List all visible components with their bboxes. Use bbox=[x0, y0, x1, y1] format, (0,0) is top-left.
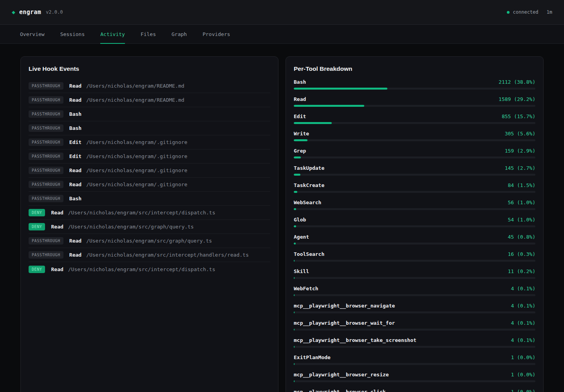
tool-breakdown-row: mcp__playwright__browser_resize 1 (0.0%) bbox=[294, 372, 535, 382]
tab-overview[interactable]: Overview bbox=[20, 25, 45, 43]
tool-bar-fill bbox=[294, 294, 295, 296]
tool-bar-track bbox=[294, 208, 535, 210]
decision-badge: PASSTHROUGH bbox=[29, 251, 63, 259]
event-tool-name: Read bbox=[69, 83, 81, 89]
event-tool-name: Read bbox=[69, 167, 81, 173]
decision-badge: DENY bbox=[29, 266, 45, 273]
tab-sessions[interactable]: Sessions bbox=[60, 25, 85, 43]
decision-badge: DENY bbox=[29, 209, 45, 216]
event-tool-name: Read bbox=[51, 224, 63, 230]
tool-name: Skill bbox=[294, 268, 309, 274]
tool-line: mcp__playwright__browser_resize 1 (0.0%) bbox=[294, 372, 535, 378]
event-file-path: /Users/nicholas/engram/src/intercept/dis… bbox=[68, 210, 215, 216]
tool-line: Bash 2112 (38.8%) bbox=[294, 79, 535, 85]
decision-badge: PASSTHROUGH bbox=[29, 167, 63, 174]
tool-name: TaskCreate bbox=[294, 182, 324, 188]
hook-event-row: PASSTHROUGH Read /Users/nicholas/engram/… bbox=[29, 248, 270, 262]
per-tool-breakdown-panel: Per-Tool Breakdown Bash 2112 (38.8%) Rea… bbox=[286, 56, 544, 392]
tool-bar-fill bbox=[294, 156, 301, 158]
tool-line: TaskCreate 84 (1.5%) bbox=[294, 182, 535, 188]
event-file-path: /Users/nicholas/engram/src/intercept/han… bbox=[86, 252, 249, 258]
uptime-label: 1m bbox=[547, 9, 552, 15]
hook-event-row: PASSTHROUGH Read /Users/nicholas/engram/… bbox=[29, 93, 270, 107]
event-tool-name: Read bbox=[51, 210, 63, 216]
hook-event-row: PASSTHROUGH Bash bbox=[29, 107, 270, 121]
tool-count-value: 11 (0.2%) bbox=[508, 268, 535, 274]
diamond-logo-icon: ◆ bbox=[12, 9, 15, 15]
event-tool-name: Read bbox=[69, 238, 81, 244]
tool-breakdown-row: WebFetch 4 (0.1%) bbox=[294, 286, 535, 296]
per-tool-breakdown-title: Per-Tool Breakdown bbox=[294, 65, 535, 72]
tool-bar-track bbox=[294, 311, 535, 313]
hook-event-row: DENY Read /Users/nicholas/engram/src/int… bbox=[29, 262, 270, 276]
connection-status: connected 1m bbox=[507, 9, 552, 15]
panels-row: Live Hook Events PASSTHROUGH Read /Users… bbox=[20, 56, 544, 392]
tool-count-value: 855 (15.7%) bbox=[502, 113, 535, 119]
tool-line: Glob 54 (1.0%) bbox=[294, 217, 535, 223]
tool-name: WebSearch bbox=[294, 200, 321, 205]
tool-line: Edit 855 (15.7%) bbox=[294, 113, 535, 119]
tool-line: ToolSearch 16 (0.3%) bbox=[294, 251, 535, 257]
tab-providers[interactable]: Providers bbox=[202, 25, 230, 43]
tool-count-value: 1 (0.0%) bbox=[511, 389, 535, 392]
event-file-path: /Users/nicholas/engram/.gitignore bbox=[86, 139, 187, 145]
tool-bar-track bbox=[294, 294, 535, 296]
decision-badge: PASSTHROUGH bbox=[29, 138, 63, 146]
tool-line: Write 305 (5.6%) bbox=[294, 131, 535, 137]
decision-badge: DENY bbox=[29, 223, 45, 230]
tool-line: Grep 159 (2.9%) bbox=[294, 148, 535, 154]
tool-bar-fill bbox=[294, 88, 387, 90]
tool-name: mcp__playwright__browser_wait_for bbox=[294, 320, 395, 326]
tool-name: Edit bbox=[294, 113, 306, 119]
tab-files[interactable]: Files bbox=[141, 25, 156, 43]
hook-event-row: PASSTHROUGH Read /Users/nicholas/engram/… bbox=[29, 164, 270, 178]
tool-count-value: 2112 (38.8%) bbox=[499, 79, 535, 85]
event-tool-name: Read bbox=[69, 182, 81, 187]
tool-bar-track bbox=[294, 329, 535, 331]
tool-bar-fill bbox=[294, 363, 295, 365]
tool-name: Glob bbox=[294, 217, 306, 223]
tool-bar-fill bbox=[294, 311, 295, 313]
tool-name: mcp__playwright__browser_click bbox=[294, 389, 386, 392]
decision-badge: PASSTHROUGH bbox=[29, 124, 63, 132]
tool-bar-track bbox=[294, 139, 535, 141]
app-header: ◆ engram v2.0.0 connected 1m bbox=[0, 0, 564, 25]
tool-breakdown-row: Read 1589 (29.2%) bbox=[294, 96, 535, 107]
tool-breakdown-row: mcp__playwright__browser_wait_for 4 (0.1… bbox=[294, 320, 535, 331]
tool-line: Skill 11 (0.2%) bbox=[294, 268, 535, 274]
tool-count-value: 1 (0.0%) bbox=[511, 372, 535, 378]
tool-bar-track bbox=[294, 363, 535, 365]
tool-line: mcp__playwright__browser_click 1 (0.0%) bbox=[294, 389, 535, 392]
tool-bar-track bbox=[294, 380, 535, 382]
event-file-path: /Users/nicholas/engram/README.md bbox=[86, 83, 184, 89]
tool-bar-fill bbox=[294, 174, 300, 176]
tool-bar-track bbox=[294, 88, 535, 90]
tool-count-value: 4 (0.1%) bbox=[511, 303, 535, 309]
tool-breakdown-row: TaskCreate 84 (1.5%) bbox=[294, 182, 535, 193]
tool-line: ExitPlanMode 1 (0.0%) bbox=[294, 354, 535, 360]
event-file-path: /Users/nicholas/engram/.gitignore bbox=[86, 153, 187, 159]
tab-graph[interactable]: Graph bbox=[172, 25, 187, 43]
live-hook-events-title: Live Hook Events bbox=[29, 65, 270, 72]
tool-bar-track bbox=[294, 243, 535, 245]
tool-bar-track bbox=[294, 191, 535, 193]
tool-bar-fill bbox=[294, 260, 295, 262]
tool-name: mcp__playwright__browser_navigate bbox=[294, 303, 395, 309]
decision-badge: PASSTHROUGH bbox=[29, 110, 63, 118]
decision-badge: PASSTHROUGH bbox=[29, 82, 63, 90]
tab-activity[interactable]: Activity bbox=[100, 25, 125, 43]
event-tool-name: Bash bbox=[69, 196, 81, 201]
connection-label: connected bbox=[513, 9, 539, 15]
tool-bar-track bbox=[294, 260, 535, 262]
tool-count-value: 84 (1.5%) bbox=[508, 182, 535, 188]
tool-breakdown-row: Edit 855 (15.7%) bbox=[294, 113, 535, 124]
tool-breakdown-row: ToolSearch 16 (0.3%) bbox=[294, 251, 535, 262]
tool-breakdown-row: Bash 2112 (38.8%) bbox=[294, 79, 535, 90]
tool-breakdown-row: TaskUpdate 145 (2.7%) bbox=[294, 165, 535, 176]
event-tool-name: Edit bbox=[69, 139, 81, 145]
decision-badge: PASSTHROUGH bbox=[29, 181, 63, 188]
app-version: v2.0.0 bbox=[46, 9, 63, 15]
tool-bar-fill bbox=[294, 380, 295, 382]
hook-event-row: PASSTHROUGH Edit /Users/nicholas/engram/… bbox=[29, 149, 270, 164]
hook-event-row: PASSTHROUGH Edit /Users/nicholas/engram/… bbox=[29, 135, 270, 149]
